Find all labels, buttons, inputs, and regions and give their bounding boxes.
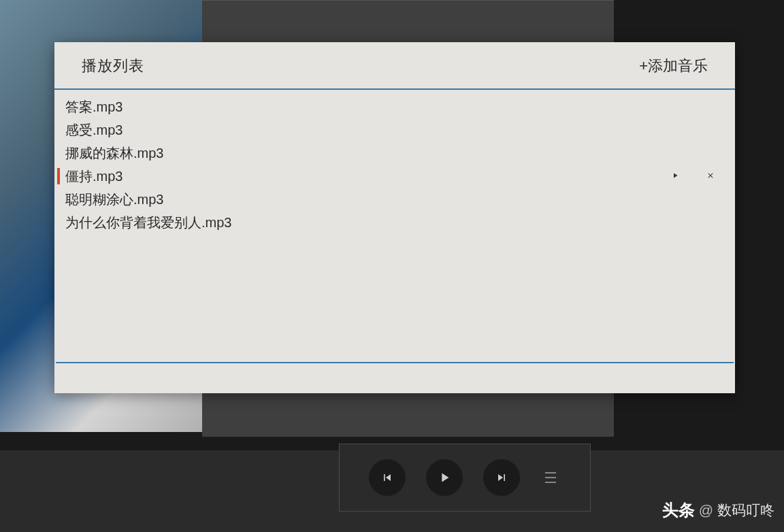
playlist-title: 播放列表 [82, 56, 144, 76]
watermark-at: @ [699, 502, 713, 518]
track-active-indicator [57, 122, 60, 138]
track-row[interactable]: 聪明糊涂心.mp3 [54, 188, 735, 211]
track-name: 感受.mp3 [65, 121, 715, 139]
track-row[interactable]: 感受.mp3 [54, 118, 735, 142]
close-icon [706, 171, 715, 180]
playlist-toggle-button[interactable] [540, 472, 561, 483]
menu-icon [545, 472, 556, 473]
play-icon [437, 470, 452, 485]
track-row[interactable]: 答案.mp3 [54, 95, 735, 118]
track-row[interactable]: 为什么你背着我爱别人.mp3 [54, 211, 735, 234]
player-controls [339, 444, 591, 512]
play-icon [671, 171, 679, 180]
track-remove-button[interactable] [706, 170, 715, 182]
watermark-brand: 头条 [662, 499, 695, 521]
previous-button[interactable] [369, 459, 406, 496]
add-music-button[interactable]: +添加音乐 [639, 56, 708, 76]
track-name: 聪明糊涂心.mp3 [65, 190, 715, 209]
track-name: 僵持.mp3 [65, 167, 671, 186]
track-name: 答案.mp3 [65, 98, 715, 116]
watermark: 头条 @ 数码叮咚 [662, 499, 774, 521]
playlist-body: 答案.mp3感受.mp3挪威的森林.mp3僵持.mp3聪明糊涂心.mp3为什么你… [54, 90, 735, 362]
track-actions [671, 170, 715, 182]
track-name: 挪威的森林.mp3 [65, 144, 715, 163]
watermark-author: 数码叮咚 [717, 501, 774, 520]
track-active-indicator [57, 214, 60, 231]
track-row[interactable]: 僵持.mp3 [54, 165, 735, 188]
skip-previous-icon [380, 471, 394, 484]
playlist-header: 播放列表 +添加音乐 [54, 42, 735, 90]
track-name: 为什么你背着我爱别人.mp3 [65, 214, 715, 232]
track-active-indicator [57, 191, 60, 207]
play-button[interactable] [426, 459, 463, 496]
playlist-panel: 播放列表 +添加音乐 答案.mp3感受.mp3挪威的森林.mp3僵持.mp3聪明… [54, 42, 735, 393]
track-active-indicator [57, 168, 60, 184]
skip-next-icon [495, 471, 508, 484]
track-row[interactable]: 挪威的森林.mp3 [54, 142, 735, 165]
track-play-button[interactable] [671, 170, 679, 182]
next-button[interactable] [483, 459, 520, 496]
track-active-indicator [57, 99, 60, 115]
playlist-footer-divider [56, 362, 734, 363]
track-active-indicator [57, 145, 60, 161]
